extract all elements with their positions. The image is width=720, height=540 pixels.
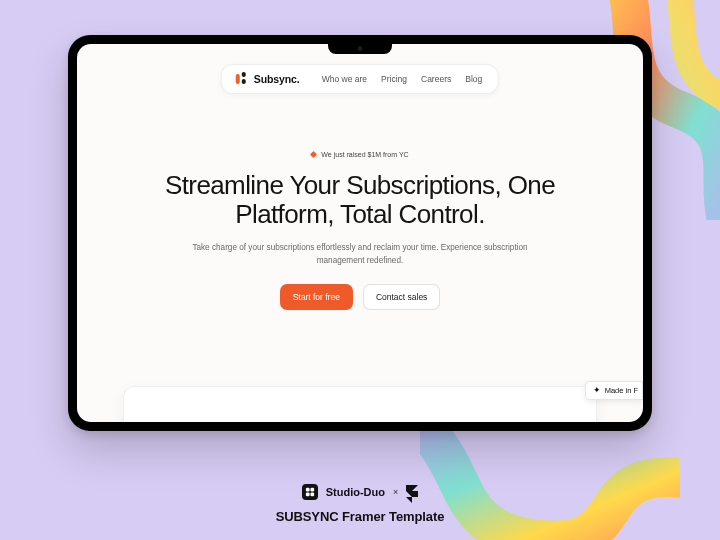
content-card-peek (123, 386, 597, 422)
brand-logo-icon (234, 72, 248, 86)
nav-link-pricing[interactable]: Pricing (381, 74, 407, 84)
made-in-framer-badge[interactable]: Made in F (585, 381, 643, 400)
cta-row: Start for free Contact sales (280, 284, 441, 310)
promo-title: SUBSYNC Framer Template (276, 509, 445, 524)
site-navbar: Subsync. Who we are Pricing Careers Blog (221, 64, 499, 94)
tablet-notch (328, 41, 392, 54)
announcement-dot-icon (310, 151, 317, 158)
studio-duo-logo-icon (302, 484, 318, 500)
svg-rect-1 (310, 488, 314, 492)
collab-separator: × (393, 487, 398, 497)
contact-sales-button[interactable]: Contact sales (363, 284, 441, 310)
svg-rect-0 (306, 488, 310, 492)
nav-link-blog[interactable]: Blog (465, 74, 482, 84)
brand-name: Subsync. (254, 73, 300, 85)
collab-row: Studio-Duo × (302, 484, 419, 500)
hero-subhead: Take charge of your subscriptions effort… (190, 242, 530, 267)
framer-logo-icon (406, 485, 418, 499)
svg-rect-2 (306, 492, 310, 496)
svg-rect-3 (310, 492, 314, 496)
hero-section: We just raised $1M from YC Streamline Yo… (77, 148, 643, 310)
hero-headline: Streamline Your Subscriptions, One Platf… (150, 171, 570, 229)
start-free-button[interactable]: Start for free (280, 284, 353, 310)
nav-link-careers[interactable]: Careers (421, 74, 451, 84)
website-screen: Subsync. Who we are Pricing Careers Blog… (77, 44, 643, 422)
promo-footer: Studio-Duo × SUBSYNC Framer Template (0, 484, 720, 524)
brand[interactable]: Subsync. (234, 72, 300, 86)
studio-name: Studio-Duo (326, 486, 385, 498)
nav-link-who-we-are[interactable]: Who we are (322, 74, 367, 84)
announcement-pill[interactable]: We just raised $1M from YC (302, 148, 417, 161)
announcement-text: We just raised $1M from YC (321, 151, 408, 158)
nav-links: Who we are Pricing Careers Blog (322, 74, 483, 84)
framer-bolt-icon (593, 387, 601, 395)
tablet-frame: Subsync. Who we are Pricing Careers Blog… (68, 35, 652, 431)
made-in-label: Made in F (605, 386, 638, 395)
